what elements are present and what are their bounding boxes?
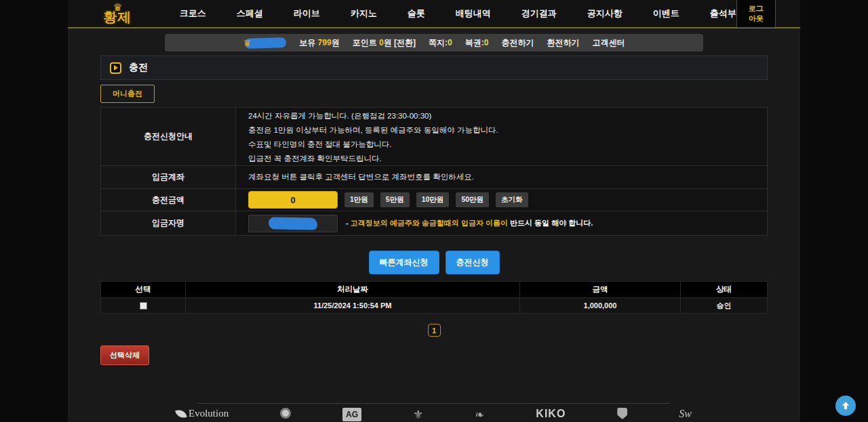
site-logo[interactable]: ♛ 황제 xyxy=(103,4,132,23)
table-row: 11/25/2024 1:50:54 PM 1,000,000 승인 xyxy=(101,297,767,313)
guide-line: 24시간 자유롭게 가능합니다. (은행점검 23:30-00:30) xyxy=(248,109,767,123)
username-redaction-scribble xyxy=(245,37,286,48)
message-count: 0 xyxy=(448,38,452,47)
deposit-link[interactable]: 충전하기 xyxy=(501,37,534,49)
logout-button[interactable]: 로그아웃 xyxy=(736,0,776,28)
kiko-logo: KIKO xyxy=(536,408,566,420)
lottery-counter[interactable]: 복권:0 xyxy=(465,37,489,49)
quick-amount-10k-button[interactable]: 1만원 xyxy=(344,192,374,207)
point-value: 0 xyxy=(379,38,384,47)
quick-amount-100k-button[interactable]: 10만원 xyxy=(416,192,450,207)
page-1-button[interactable]: 1 xyxy=(428,324,441,337)
script-logo: Sw xyxy=(679,408,692,420)
scroll-to-top-button[interactable] xyxy=(835,396,856,416)
pagination: 1 xyxy=(100,324,768,337)
main-nav: 크로스 스페셜 라이브 카지노 슬롯 배팅내역 경기결과 공지사항 이벤트 출석… xyxy=(180,7,736,20)
username-redacted: ♛ xyxy=(243,34,287,51)
amount-label: 충전금액 xyxy=(101,189,236,211)
shield-icon xyxy=(617,408,627,419)
circle-logo xyxy=(280,408,291,419)
shield-logo xyxy=(617,408,627,419)
nav-item-betting-history[interactable]: 배팅내역 xyxy=(456,7,491,20)
row-checkbox[interactable] xyxy=(140,302,147,310)
nav-item-game-results[interactable]: 경기결과 xyxy=(521,7,557,20)
circle-icon xyxy=(280,408,291,419)
evolution-logo: Evolution xyxy=(176,408,229,419)
nav-item-live[interactable]: 라이브 xyxy=(294,7,320,20)
messages-counter[interactable]: 쪽지:0 xyxy=(429,37,452,49)
ornament-logo-2: ❧ xyxy=(475,408,484,422)
guide-line: 수표및 타인명의 충전 절대 불가능합니다. xyxy=(248,138,767,152)
footer: Evolution AG ⚜ ❧ KIKO Sw xyxy=(68,403,800,422)
withdraw-link[interactable]: 환전하기 xyxy=(547,37,579,49)
depositor-name-input[interactable] xyxy=(248,215,338,232)
points[interactable]: 포인트 0원 [전환] xyxy=(353,37,416,49)
nav-item-special[interactable]: 스페셜 xyxy=(237,7,263,20)
user-level-crown-icon: ♛ xyxy=(243,38,252,48)
play-icon xyxy=(110,62,121,74)
depositor-redaction-scribble xyxy=(269,217,317,230)
form-row-guide: 충전신청안내 24시간 자유롭게 가능합니다. (은행점검 23:30-00:3… xyxy=(101,108,767,166)
balance-value: 799 xyxy=(318,38,332,47)
leaf-icon xyxy=(175,408,187,420)
deposit-submit-button[interactable]: 충전신청 xyxy=(446,251,500,274)
col-select: 선택 xyxy=(101,282,186,297)
form-row-amount: 충전금액 1만원 5만원 10만원 50만원 초기화 xyxy=(101,189,767,211)
nav-item-event[interactable]: 이벤트 xyxy=(653,7,679,20)
page-title: 충전 xyxy=(129,62,148,74)
section-header: 충전 xyxy=(100,56,768,80)
depositor-note: - 고객정보의 예금주와 송금할때의 입금자 이름이 반드시 동일 해야 합니다… xyxy=(346,218,593,228)
col-date: 처리날짜 xyxy=(186,282,520,297)
amount-reset-button[interactable]: 초기화 xyxy=(496,192,528,207)
row-date: 11/25/2024 1:50:54 PM xyxy=(186,298,520,313)
col-amount: 금액 xyxy=(520,282,681,297)
guide-line: 입금전 꼭 충전계좌 확인부탁드립니다. xyxy=(248,152,767,166)
balance: 보유 799원 xyxy=(299,37,339,49)
up-arrow-icon xyxy=(840,400,851,411)
nav-item-attendance[interactable]: 출석부 xyxy=(710,7,736,20)
nav-item-casino[interactable]: 카지노 xyxy=(351,7,377,20)
guide-label: 충전신청안내 xyxy=(101,108,236,165)
footer-divider xyxy=(198,403,670,404)
quick-account-request-button[interactable]: 빠른계좌신청 xyxy=(369,251,439,274)
col-status: 상태 xyxy=(681,282,767,297)
row-amount: 1,000,000 xyxy=(520,298,681,313)
form-row-account: 입금계좌 계좌요청 버튼 클릭후 고객센터 답변으로 계좌번호를 확인하세요. xyxy=(101,166,767,189)
top-navbar: ♛ 황제 크로스 스페셜 라이브 카지노 슬롯 배팅내역 경기결과 공지사항 이… xyxy=(68,0,800,28)
lottery-count: 0 xyxy=(484,38,489,47)
nav-item-slot[interactable]: 슬롯 xyxy=(408,7,425,20)
logo-text: 황제 xyxy=(103,11,132,23)
partner-logos: Evolution AG ⚜ ❧ KIKO Sw xyxy=(176,408,692,422)
account-note: 계좌요청 버튼 클릭후 고객센터 답변으로 계좌번호를 확인하세요. xyxy=(248,172,767,182)
nav-item-notice[interactable]: 공지사항 xyxy=(587,7,623,20)
history-header-row: 선택 처리날짜 금액 상태 xyxy=(101,282,767,297)
amount-input[interactable] xyxy=(248,191,338,209)
deposit-form-table: 충전신청안내 24시간 자유롭게 가능합니다. (은행점검 23:30-00:3… xyxy=(100,107,768,236)
account-label: 입금계좌 xyxy=(101,166,236,188)
money-deposit-tab[interactable]: 머니충전 xyxy=(100,85,155,103)
delete-selected-button[interactable]: 선택삭제 xyxy=(100,345,149,365)
ornament-logo-1: ⚜ xyxy=(413,408,423,422)
page-container: ♛ 황제 크로스 스페셜 라이브 카지노 슬롯 배팅내역 경기결과 공지사항 이… xyxy=(68,0,800,422)
quick-amount-500k-button[interactable]: 50만원 xyxy=(456,192,489,207)
guide-line: 충전은 1만원 이상부터 가능하며, 등록된 예금주와 동일해야 가능합니다. xyxy=(248,123,767,138)
action-buttons: 빠른계좌신청 충전신청 xyxy=(100,251,768,274)
asia-gaming-logo: AG xyxy=(342,408,361,421)
depositor-label: 입금자명 xyxy=(101,211,236,235)
row-status: 승인 xyxy=(681,298,767,313)
ornament-icon: ⚜ xyxy=(413,408,423,422)
deposit-history-table: 선택 처리날짜 금액 상태 11/25/2024 1:50:54 PM 1,00… xyxy=(100,281,768,314)
nav-item-cross[interactable]: 크로스 xyxy=(180,7,206,20)
quick-amount-50k-button[interactable]: 5만원 xyxy=(380,192,410,207)
user-info-bar: ♛ 보유 799원 포인트 0원 [전환] 쪽지:0 복권:0 충전하기 환전하… xyxy=(165,34,703,51)
main-content: 충전 머니충전 충전신청안내 24시간 자유롭게 가능합니다. (은행점검 23… xyxy=(100,56,768,365)
form-row-depositor: 입금자명 - 고객정보의 예금주와 송금할때의 입금자 이름이 반드시 동일 해… xyxy=(101,211,767,235)
ornament-icon: ❧ xyxy=(475,408,484,422)
customer-center-link[interactable]: 고객센터 xyxy=(592,37,625,49)
point-convert-link: [전환] xyxy=(394,38,416,47)
